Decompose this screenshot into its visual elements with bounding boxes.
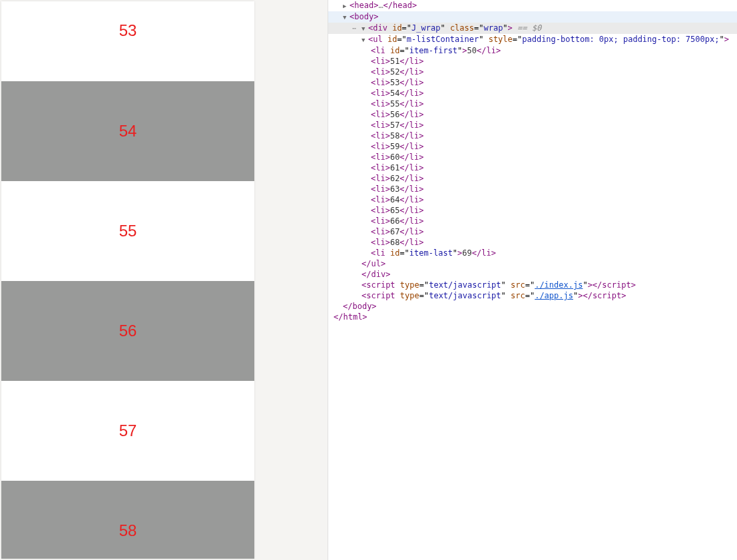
dom-node-li[interactable]: <li>54</li> xyxy=(328,88,737,99)
attr-value: item-last xyxy=(409,248,453,258)
dom-node-head[interactable]: ▶<head>…</head> xyxy=(328,0,737,11)
tag-name: li xyxy=(481,248,491,258)
tag-name: head xyxy=(393,1,412,10)
text-node: 69 xyxy=(462,248,471,258)
attr-name: style xyxy=(489,35,513,44)
attr-value: wrap xyxy=(483,23,503,33)
tag-name: script xyxy=(366,280,395,290)
attr-name: id xyxy=(390,46,399,55)
tag-name: script xyxy=(602,280,630,290)
attr-value: item-first xyxy=(409,46,457,55)
list-item: 54 xyxy=(1,81,254,181)
dom-node-li[interactable]: <li>64</li> xyxy=(328,194,737,205)
dom-node-li[interactable]: <li>56</li> xyxy=(328,109,737,120)
attr-value: m-listContainer xyxy=(407,35,479,44)
tag-name: html xyxy=(343,312,362,322)
tag-name: body xyxy=(352,302,371,311)
attr-value-link[interactable]: ./index.js xyxy=(535,280,583,290)
attr-value: J_wrap xyxy=(411,23,440,33)
tag-name: li xyxy=(375,46,385,55)
attr-value: padding-bottom: 0px; padding-top: 7500px… xyxy=(522,35,719,44)
dom-node-body[interactable]: ▼<body> xyxy=(328,11,737,23)
item-number: 54 xyxy=(119,122,137,140)
selected-marker: == $0 xyxy=(517,23,541,33)
dom-node-li[interactable]: <li>59</li> xyxy=(328,141,737,152)
devtools-elements-panel[interactable]: ▶<head>…</head> ▼<body> ⋯▼<div id="J_wra… xyxy=(328,0,737,560)
attr-name: id xyxy=(392,23,401,33)
attr-name: id xyxy=(390,248,399,258)
dom-node-li[interactable]: <li>57</li> xyxy=(328,120,737,131)
tag-name: body xyxy=(354,12,373,21)
dom-node-li[interactable]: <li>66</li> xyxy=(328,216,737,226)
dom-node-li[interactable]: <li>52</li> xyxy=(328,67,737,77)
dom-close-div[interactable]: </div> xyxy=(328,269,737,280)
collapse-arrow-icon[interactable]: ▼ xyxy=(362,23,368,34)
preview-viewport[interactable]: 53 54 55 56 57 58 xyxy=(1,1,254,559)
list-item: 58 xyxy=(1,481,254,559)
dom-node-li-first[interactable]: <li id="item-first">50</li> xyxy=(328,45,737,56)
dom-node-li[interactable]: <li>68</li> xyxy=(328,237,737,248)
list-item: 53 xyxy=(1,1,254,81)
dom-node-li[interactable]: <li>60</li> xyxy=(328,152,737,162)
ellipsis: … xyxy=(378,1,383,10)
tag-name: script xyxy=(593,291,621,300)
dom-close-body[interactable]: </body> xyxy=(328,301,737,312)
attr-name: type xyxy=(400,291,419,300)
attr-name: src xyxy=(511,291,525,300)
tag-name: li xyxy=(486,46,495,55)
preview-list: 53 54 55 56 57 58 xyxy=(1,1,254,559)
preview-panel: 53 54 55 56 57 58 xyxy=(0,0,328,560)
dom-node-li[interactable]: <li>62</li> xyxy=(328,173,737,184)
dom-node-li[interactable]: <li>61</li> xyxy=(328,162,737,173)
attr-value: text/javascript xyxy=(429,280,501,290)
dom-node-li[interactable]: <li>53</li> xyxy=(328,77,737,88)
dom-close-html[interactable]: </html> xyxy=(328,312,737,322)
item-number: 55 xyxy=(119,222,137,240)
text-node: 50 xyxy=(467,46,477,55)
dom-node-li[interactable]: <li>65</li> xyxy=(328,205,737,216)
dom-node-wrap[interactable]: ⋯▼<div id="J_wrap" class="wrap"> == $0 xyxy=(328,23,737,34)
list-item: 57 xyxy=(1,381,254,481)
attr-value: text/javascript xyxy=(429,291,501,300)
tag-name: ul xyxy=(373,35,382,44)
tag-name: div xyxy=(371,270,385,279)
attr-name: id xyxy=(387,35,397,44)
dom-node-li[interactable]: <li>63</li> xyxy=(328,184,737,194)
tag-name: ul xyxy=(371,259,380,268)
dom-node-script[interactable]: <script type="text/javascript" src="./ap… xyxy=(328,290,737,301)
item-number: 56 xyxy=(119,322,137,340)
item-number: 58 xyxy=(119,521,137,540)
dom-node-li-last[interactable]: <li id="item-last">69</li> xyxy=(328,248,737,258)
collapse-arrow-icon[interactable]: ▼ xyxy=(362,35,368,45)
gutter-dots: ⋯ xyxy=(352,23,362,34)
dom-close-ul[interactable]: </ul> xyxy=(328,258,737,269)
attr-name: src xyxy=(511,280,525,290)
tag-name: div xyxy=(373,23,387,33)
dom-node-script[interactable]: <script type="text/javascript" src="./in… xyxy=(328,280,737,290)
attr-name: class xyxy=(450,23,474,33)
tag-name: script xyxy=(366,291,395,300)
attr-value-link[interactable]: ./app.js xyxy=(535,291,573,300)
item-number: 57 xyxy=(119,421,137,440)
dom-node-ul[interactable]: ▼<ul id="m-listContainer" style="padding… xyxy=(328,34,737,45)
dom-node-li[interactable]: <li>58</li> xyxy=(328,131,737,141)
dom-node-li[interactable]: <li>51</li> xyxy=(328,56,737,67)
dom-node-li[interactable]: <li>67</li> xyxy=(328,226,737,237)
expand-arrow-icon[interactable]: ▶ xyxy=(343,1,350,11)
list-item: 56 xyxy=(1,281,254,381)
tag-name: li xyxy=(375,248,385,258)
attr-name: type xyxy=(400,280,419,290)
list-item: 55 xyxy=(1,181,254,281)
collapse-arrow-icon[interactable]: ▼ xyxy=(343,12,350,23)
dom-node-li[interactable]: <li>55</li> xyxy=(328,99,737,109)
item-number: 53 xyxy=(119,21,137,40)
tag-name: head xyxy=(354,1,373,10)
